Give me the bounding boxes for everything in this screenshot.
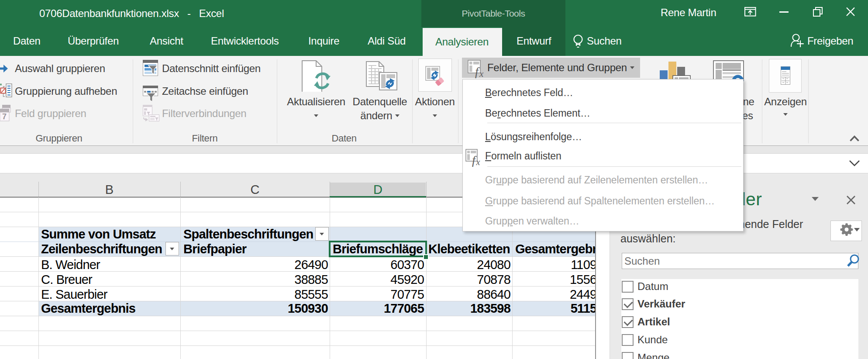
svg-text:x: x bbox=[476, 157, 480, 167]
svg-text:7: 7 bbox=[2, 112, 7, 121]
svg-text:x: x bbox=[479, 69, 484, 78]
